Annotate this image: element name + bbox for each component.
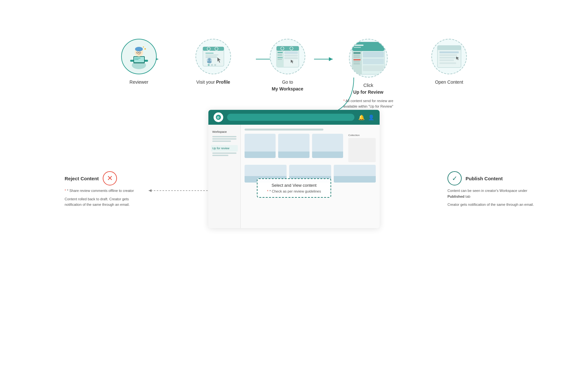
svg-point-14	[135, 47, 143, 51]
svg-rect-67	[439, 59, 454, 61]
flow-step-profile: Visit your Profile	[178, 39, 249, 86]
content-card-1	[245, 134, 276, 158]
svg-text:✿: ✿	[217, 116, 219, 119]
reviewer-circle: ✦ ✦	[121, 39, 157, 74]
publish-label: Publish Content	[466, 176, 503, 181]
content-card-2	[278, 134, 309, 158]
publish-action-row: ✓ Publish Content	[447, 171, 535, 185]
flow-row: ✦ ✦ Reviewer	[0, 0, 588, 109]
workspace-circle	[270, 39, 305, 74]
reject-sub-note: * * Share review comments offline to cre…	[65, 188, 145, 208]
user-icon: 👤	[368, 114, 374, 121]
mockup-header: ✿ 🔔 👤	[208, 110, 380, 125]
collection-box	[348, 138, 376, 162]
open-content-label: Open Content	[435, 79, 463, 86]
content-card-6	[334, 165, 376, 183]
svg-rect-28	[205, 57, 218, 58]
mockup-sidebar: Workspace Up for review	[208, 125, 241, 228]
reject-action-row: Reject Content ✕	[65, 171, 145, 185]
svg-rect-64	[439, 51, 459, 53]
svg-rect-45	[284, 51, 298, 54]
sidebar-bar-1	[212, 136, 236, 137]
svg-rect-58	[354, 47, 361, 48]
svg-rect-55	[353, 61, 360, 62]
svg-rect-59	[363, 52, 384, 58]
profile-circle	[195, 39, 231, 74]
reject-label: Reject Content	[65, 176, 99, 181]
svg-rect-47	[284, 57, 298, 59]
svg-rect-41	[278, 54, 282, 55]
workspace-label: Go to My Workspace	[272, 79, 303, 92]
svg-point-30	[208, 58, 211, 61]
svg-rect-12	[135, 59, 139, 60]
svg-rect-27	[205, 56, 217, 57]
svg-rect-42	[278, 55, 282, 56]
svg-point-32	[208, 64, 210, 66]
svg-rect-63	[437, 46, 461, 50]
content-top-bar	[245, 129, 323, 131]
svg-rect-50	[352, 51, 362, 74]
svg-point-31	[207, 61, 212, 63]
select-view-box: Select and View content * * Check as per…	[257, 178, 331, 198]
upr-circle	[349, 39, 388, 78]
workspace-mockup: ✿ 🔔 👤 Workspace Up for review	[208, 110, 380, 228]
mockup-header-icons: 🔔 👤	[358, 114, 374, 121]
flow-step-workspace: Go to My Workspace	[252, 39, 323, 92]
svg-rect-39	[277, 51, 284, 67]
publish-sub-note: Content can be seen in creator's Workspa…	[447, 188, 535, 208]
svg-rect-51	[353, 52, 361, 54]
collection-area: Collection	[348, 134, 376, 162]
mockup-logo: ✿	[214, 112, 223, 122]
publish-section: ✓ Publish Content Content can be seen in…	[447, 171, 535, 208]
bell-icon: 🔔	[358, 114, 365, 121]
svg-rect-40	[278, 52, 283, 53]
sidebar-upr[interactable]: Up for review	[211, 145, 238, 152]
svg-rect-44	[278, 59, 282, 60]
svg-rect-66	[439, 57, 459, 58]
svg-text:✦: ✦	[142, 46, 144, 48]
svg-rect-54	[353, 59, 361, 60]
sidebar-bar-5	[212, 155, 228, 156]
publish-icon: ✓	[447, 171, 462, 185]
svg-rect-25	[205, 53, 214, 54]
svg-rect-21	[203, 47, 224, 51]
reject-icon: ✕	[103, 171, 117, 185]
svg-rect-49	[352, 42, 384, 51]
svg-rect-11	[135, 58, 141, 58]
mockup-body: Workspace Up for review Collection	[208, 125, 380, 228]
upr-note: * All content send for review are availa…	[339, 98, 397, 109]
open-content-circle	[431, 39, 467, 74]
sidebar-bar-3	[212, 141, 231, 142]
content-card-3	[312, 134, 343, 158]
sidebar-bar-4	[212, 152, 236, 154]
svg-rect-68	[439, 62, 456, 64]
svg-rect-46	[284, 55, 298, 57]
collection-label: Collection	[348, 134, 376, 137]
content-cards-row	[245, 134, 343, 158]
upr-label: Click Up for Review	[353, 82, 383, 96]
select-box-title: Select and View content	[264, 183, 324, 188]
svg-rect-61	[363, 65, 384, 71]
flow-step-open: Open Content	[414, 39, 485, 86]
sidebar-workspace[interactable]: Workspace	[211, 129, 238, 135]
mockup-content-area: Collection	[241, 125, 380, 228]
svg-rect-53	[353, 57, 360, 58]
svg-rect-26	[205, 55, 218, 55]
sidebar-bar-2	[212, 138, 236, 140]
profile-label: Visit your Profile	[196, 79, 230, 86]
mockup-search-bar	[227, 114, 354, 121]
svg-point-33	[211, 64, 213, 66]
svg-rect-65	[439, 54, 457, 56]
svg-rect-36	[277, 46, 299, 51]
svg-rect-52	[353, 55, 360, 56]
flow-step-reviewer: ✦ ✦ Reviewer	[103, 39, 174, 86]
svg-rect-57	[354, 45, 363, 46]
reject-section: Reject Content ✕ * * Share review commen…	[65, 171, 145, 208]
reviewer-label: Reviewer	[130, 79, 148, 86]
svg-rect-43	[278, 57, 283, 58]
svg-rect-60	[363, 58, 384, 64]
svg-point-34	[214, 64, 216, 66]
flow-step-upr: Click Up for Review * All content send f…	[326, 39, 410, 109]
select-box-note: * * Check as per review guidelines	[264, 189, 324, 193]
svg-rect-56	[353, 63, 360, 64]
